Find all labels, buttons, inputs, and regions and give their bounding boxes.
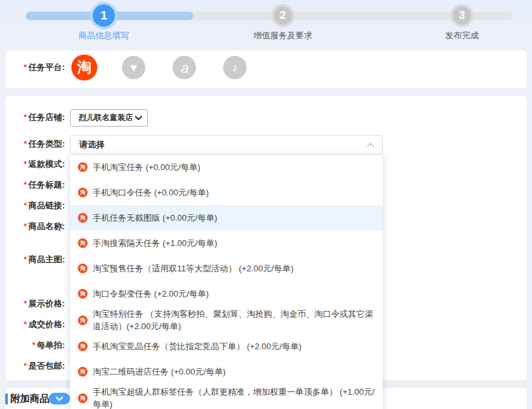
chevron-down-icon (135, 116, 142, 121)
per-order-qty-label: *每单拍: (5, 339, 65, 352)
platform-heart-icon[interactable]: ♥ (122, 56, 145, 79)
platform-label: *任务平台: (5, 61, 65, 74)
task-type-option[interactable]: 淘 淘宝特别任务 （支持淘客秒拍、聚划算、淘抢购、淘金币、淘口令或其它渠道活动）… (70, 306, 383, 334)
step-3-label: 发布完成 (397, 30, 527, 42)
platform-douyin-icon[interactable]: ♪ (223, 56, 247, 79)
display-price-label: *展示价格: (5, 297, 65, 310)
deal-price-label: *成交价格: (5, 318, 65, 331)
platform-taobao-icon[interactable]: 淘 (71, 55, 97, 81)
task-type-option[interactable]: 淘 淘宝二维码进店任务 (+0.00元/每单) (70, 359, 383, 384)
addon-section-title: 附加商品 (10, 393, 49, 405)
chevron-up-icon (367, 142, 374, 147)
taobao-icon: 淘 (78, 316, 88, 325)
task-type-option[interactable]: 淘 手机淘宝任务 (+0.00元/每单) (70, 155, 383, 180)
task-type-option[interactable]: 淘 手机淘宝超级人群标签任务（人群更精准，增加权重一单顶多单） (+1.00元/… (70, 384, 383, 409)
taobao-icon: 淘 (78, 213, 88, 223)
step-2-label: 增值服务及要求 (218, 30, 348, 42)
section-accent-bar (5, 393, 8, 404)
shop-select-value: 烈儿联名童装店 (79, 112, 135, 123)
product-image-label: *商品主图: (5, 253, 65, 266)
step-2-circle: 2 (271, 4, 295, 27)
task-type-placeholder: 请选择 (79, 139, 367, 151)
step-3-circle: 3 (450, 4, 474, 27)
task-type-option[interactable]: 淘 手淘搜索隔天任务 (+1.00元/每单) (70, 230, 383, 256)
addon-collapse-button[interactable] (49, 393, 70, 404)
task-publish-page: 1 2 3 商品信息填写 增值服务及要求 发布完成 *任务平台: 淘 ♥ a ♪… (0, 0, 532, 409)
taobao-icon: 淘 (78, 289, 88, 299)
task-type-option[interactable]: 淘 手机淘口令任务 (+0.00元/每单) (70, 180, 383, 205)
task-type-label: *任务类型: (5, 138, 65, 151)
shop-label: *任务店铺: (5, 111, 65, 124)
refund-mode-label: *返款模式: (5, 158, 65, 171)
taobao-icon: 淘 (78, 264, 88, 273)
taobao-icon: 淘 (78, 238, 88, 248)
platform-alibaba-icon[interactable]: a (173, 56, 196, 79)
taobao-icon: 淘 (78, 162, 88, 172)
task-type-option[interactable]: 淘 淘宝预售任务（适用双11等大型活动） (+2.00元/每单) (70, 256, 383, 281)
taobao-icon: 淘 (78, 367, 88, 377)
task-type-select[interactable]: 请选择 (70, 135, 383, 155)
required-asterisk: * (24, 112, 27, 122)
product-link-label: *商品链接: (5, 199, 65, 212)
chevron-down-icon (55, 396, 64, 402)
required-asterisk: * (24, 62, 27, 72)
task-type-option[interactable]: 淘 手机淘宝竞品任务（货比指定竞品下单） (+2.00元/每单) (70, 334, 383, 359)
stepper: 1 2 3 商品信息填写 增值服务及要求 发布完成 (0, 0, 532, 47)
free-shipping-label: *是否包邮: (5, 360, 65, 373)
platform-card: *任务平台: 淘 ♥ a ♪ (5, 51, 527, 88)
product-name-label: *商品名称: (5, 220, 65, 233)
task-type-option-highlighted[interactable]: 淘 手机任务无截图版 (+0.00元/每单) (70, 205, 383, 230)
task-type-dropdown: 淘 手机淘宝任务 (+0.00元/每单) 淘 手机淘口令任务 (+0.00元/每… (70, 155, 383, 409)
taobao-icon: 淘 (78, 393, 88, 403)
step-1-circle: 1 (90, 2, 117, 29)
shop-select[interactable]: 烈儿联名童装店 (70, 109, 148, 127)
task-title-label: *任务标题: (5, 179, 65, 192)
step-1-label: 商品信息填写 (39, 30, 169, 42)
required-asterisk: * (24, 139, 27, 149)
taobao-icon: 淘 (78, 188, 88, 197)
taobao-icon: 淘 (78, 341, 88, 351)
task-type-option[interactable]: 淘 淘口令裂变任务 (+2.00元/每单) (70, 281, 383, 306)
